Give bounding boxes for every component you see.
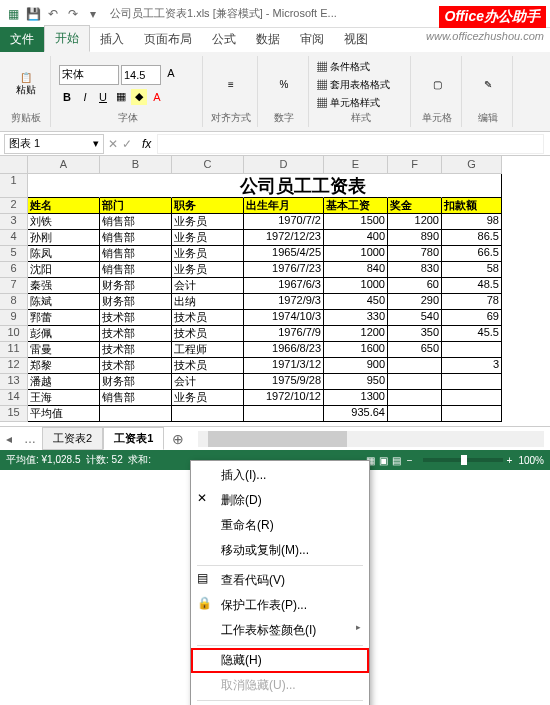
cell[interactable]: 郑黎 bbox=[28, 358, 100, 374]
cell[interactable]: 销售部 bbox=[100, 390, 172, 406]
cell[interactable]: 销售部 bbox=[100, 214, 172, 230]
cell[interactable]: 1000 bbox=[324, 278, 388, 294]
col-header[interactable]: G bbox=[442, 156, 502, 174]
cell[interactable]: 财务部 bbox=[100, 294, 172, 310]
align-button[interactable]: ≡ bbox=[213, 65, 249, 105]
cell[interactable]: 540 bbox=[388, 310, 442, 326]
cell[interactable]: 1971/3/12 bbox=[244, 358, 324, 374]
col-header[interactable]: A bbox=[28, 156, 100, 174]
tab-review[interactable]: 审阅 bbox=[290, 27, 334, 52]
name-box[interactable]: 图表 1▾ bbox=[4, 134, 104, 154]
cell[interactable]: 秦强 bbox=[28, 278, 100, 294]
cell[interactable]: 78 bbox=[442, 294, 502, 310]
row-header[interactable]: 1 bbox=[0, 174, 28, 198]
cell[interactable]: 290 bbox=[388, 294, 442, 310]
paste-button[interactable]: 📋粘贴 bbox=[8, 65, 44, 105]
cell[interactable]: 彭佩 bbox=[28, 326, 100, 342]
cell[interactable]: 1500 bbox=[324, 214, 388, 230]
excel-icon[interactable]: ▦ bbox=[4, 5, 22, 23]
cell[interactable]: 业务员 bbox=[172, 230, 244, 246]
cell-style-button[interactable]: ▦ 单元格样式 bbox=[317, 96, 380, 110]
cell[interactable]: 陈斌 bbox=[28, 294, 100, 310]
font-size-select[interactable] bbox=[121, 65, 161, 85]
tab-formulas[interactable]: 公式 bbox=[202, 27, 246, 52]
cell[interactable]: 830 bbox=[388, 262, 442, 278]
row-header[interactable]: 6 bbox=[0, 262, 28, 278]
cell[interactable]: 900 bbox=[324, 358, 388, 374]
cell[interactable] bbox=[388, 358, 442, 374]
col-header[interactable]: C bbox=[172, 156, 244, 174]
cell[interactable]: 890 bbox=[388, 230, 442, 246]
cell[interactable]: 工程师 bbox=[172, 342, 244, 358]
cell[interactable]: 奖金 bbox=[388, 198, 442, 214]
chevron-down-icon[interactable]: ▾ bbox=[93, 137, 99, 150]
fill-color-button[interactable]: ◆ bbox=[131, 89, 147, 105]
zoom-out-icon[interactable]: − bbox=[407, 455, 413, 466]
select-all-corner[interactable] bbox=[0, 156, 28, 174]
tab-view[interactable]: 视图 bbox=[334, 27, 378, 52]
tab-data[interactable]: 数据 bbox=[246, 27, 290, 52]
cell[interactable] bbox=[388, 406, 442, 422]
cell[interactable]: 财务部 bbox=[100, 374, 172, 390]
cell[interactable]: 1976/7/23 bbox=[244, 262, 324, 278]
cell[interactable]: 1967/6/3 bbox=[244, 278, 324, 294]
underline-button[interactable]: U bbox=[95, 89, 111, 105]
cell[interactable]: 1200 bbox=[388, 214, 442, 230]
menu-hide[interactable]: 隐藏(H) bbox=[191, 648, 369, 673]
cell[interactable]: 王海 bbox=[28, 390, 100, 406]
cell[interactable] bbox=[100, 406, 172, 422]
row-header[interactable]: 3 bbox=[0, 214, 28, 230]
cell[interactable]: 陈凤 bbox=[28, 246, 100, 262]
sheet-tab-active[interactable]: 工资表1 bbox=[103, 427, 164, 450]
row-header[interactable]: 8 bbox=[0, 294, 28, 310]
cell[interactable] bbox=[172, 406, 244, 422]
row-header[interactable]: 11 bbox=[0, 342, 28, 358]
col-header[interactable]: E bbox=[324, 156, 388, 174]
cond-format-button[interactable]: ▦ 条件格式 bbox=[317, 60, 370, 74]
cell[interactable]: 平均值 bbox=[28, 406, 100, 422]
cell[interactable]: 1000 bbox=[324, 246, 388, 262]
cell[interactable]: 技术部 bbox=[100, 342, 172, 358]
cell[interactable]: 1600 bbox=[324, 342, 388, 358]
redo-icon[interactable]: ↷ bbox=[64, 5, 82, 23]
scrollbar-thumb[interactable] bbox=[208, 431, 346, 447]
cell[interactable]: 1972/12/23 bbox=[244, 230, 324, 246]
cell[interactable]: 销售部 bbox=[100, 230, 172, 246]
cell[interactable]: 销售部 bbox=[100, 262, 172, 278]
cell[interactable]: 技术部 bbox=[100, 358, 172, 374]
col-header[interactable]: F bbox=[388, 156, 442, 174]
row-header[interactable]: 4 bbox=[0, 230, 28, 246]
row-header[interactable]: 12 bbox=[0, 358, 28, 374]
font-color-button[interactable]: A bbox=[149, 89, 165, 105]
menu-tabcolor[interactable]: 工作表标签颜色(I)▸ bbox=[191, 618, 369, 643]
cell[interactable] bbox=[244, 406, 324, 422]
cell[interactable] bbox=[442, 374, 502, 390]
sheet-tab[interactable]: 工资表2 bbox=[42, 427, 103, 450]
border-button[interactable]: ▦ bbox=[113, 89, 129, 105]
zoom-level[interactable]: 100% bbox=[518, 455, 544, 466]
fx-icon[interactable]: fx bbox=[142, 137, 151, 151]
cell[interactable]: 935.64 bbox=[324, 406, 388, 422]
cell[interactable]: 60 bbox=[388, 278, 442, 294]
zoom-in-icon[interactable]: + bbox=[507, 455, 513, 466]
cell[interactable]: 会计 bbox=[172, 278, 244, 294]
col-header[interactable]: B bbox=[100, 156, 172, 174]
qat-dropdown-icon[interactable]: ▾ bbox=[84, 5, 102, 23]
cell[interactable]: 业务员 bbox=[172, 214, 244, 230]
horizontal-scrollbar[interactable] bbox=[198, 431, 544, 447]
zoom-slider[interactable] bbox=[423, 458, 503, 462]
cell[interactable]: 潘越 bbox=[28, 374, 100, 390]
row-header[interactable]: 5 bbox=[0, 246, 28, 262]
cell[interactable]: 姓名 bbox=[28, 198, 100, 214]
save-icon[interactable]: 💾 bbox=[24, 5, 42, 23]
cell[interactable]: 出纳 bbox=[172, 294, 244, 310]
cell[interactable]: 950 bbox=[324, 374, 388, 390]
cell[interactable]: 技术部 bbox=[100, 310, 172, 326]
menu-viewcode[interactable]: ▤查看代码(V) bbox=[191, 568, 369, 593]
cell[interactable]: 技术员 bbox=[172, 310, 244, 326]
menu-rename[interactable]: 重命名(R) bbox=[191, 513, 369, 538]
cell[interactable]: 扣款额 bbox=[442, 198, 502, 214]
cell[interactable] bbox=[388, 374, 442, 390]
row-header[interactable]: 7 bbox=[0, 278, 28, 294]
undo-icon[interactable]: ↶ bbox=[44, 5, 62, 23]
